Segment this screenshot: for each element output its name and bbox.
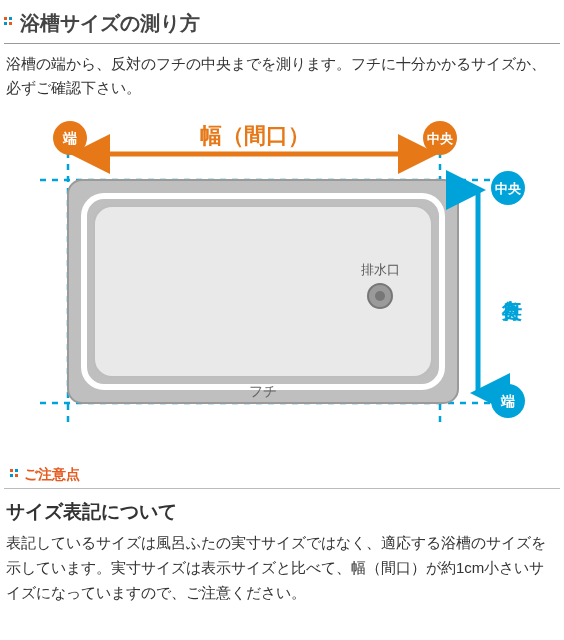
section-description: 浴槽の端から、反対のフチの中央までを測ります。フチに十分かかるサイズか、必ずご確…	[0, 52, 564, 100]
note-body: 表記しているサイズは風呂ふたの実寸サイズではなく、適応する浴槽のサイズを示してい…	[0, 531, 564, 605]
svg-rect-22	[15, 469, 18, 472]
svg-text:端: 端	[62, 130, 77, 146]
svg-rect-1	[9, 17, 12, 20]
rim-label: フチ	[249, 383, 277, 399]
center-badge-top: 中央	[423, 121, 457, 155]
note-title: サイズ表記について	[0, 499, 564, 531]
drain-label: 排水口	[361, 262, 400, 277]
section-title-text: 浴槽サイズの測り方	[20, 10, 200, 37]
width-label: 幅（間口）	[200, 123, 310, 148]
depth-label: 奥行き	[501, 285, 523, 322]
svg-rect-0	[4, 17, 7, 20]
center-badge-right: 中央	[491, 171, 525, 205]
svg-rect-21	[10, 469, 13, 472]
svg-point-12	[375, 291, 385, 301]
bullet-dots-icon	[10, 469, 20, 481]
edge-badge-right: 端	[491, 384, 525, 418]
bathtub-diagram: 排水口 フチ 端 中央 幅（間口） 中央 端 奥行	[0, 108, 564, 438]
svg-rect-2	[4, 22, 7, 25]
edge-badge: 端	[53, 121, 87, 155]
svg-rect-23	[10, 474, 13, 477]
svg-text:中央: 中央	[427, 131, 454, 146]
bullet-dots-icon	[4, 17, 14, 31]
svg-rect-3	[9, 22, 12, 25]
note-heading: ご注意点	[4, 462, 560, 489]
svg-text:中央: 中央	[495, 181, 522, 196]
svg-text:端: 端	[500, 393, 515, 409]
section-title-measure: 浴槽サイズの測り方	[4, 4, 560, 44]
svg-rect-24	[15, 474, 18, 477]
note-heading-text: ご注意点	[24, 466, 80, 484]
